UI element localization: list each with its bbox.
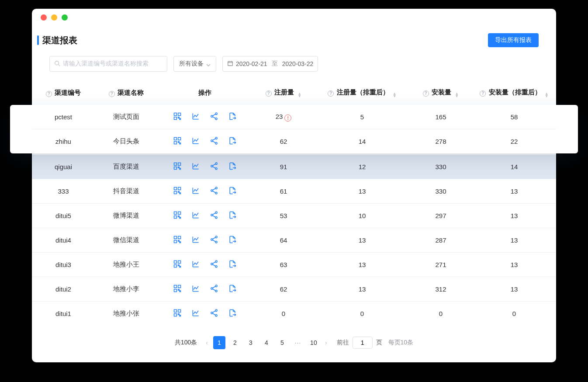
pagination-page[interactable]: 4: [260, 336, 273, 349]
sort-icon[interactable]: ▲▼: [545, 92, 549, 97]
qrcode-icon[interactable]: [173, 284, 182, 294]
table-row[interactable]: 333 抖音渠道 61 13 330 13: [32, 179, 556, 203]
share-icon[interactable]: [210, 211, 218, 221]
pagination-goto-input[interactable]: [353, 337, 373, 349]
share-icon[interactable]: [210, 284, 218, 294]
share-icon[interactable]: [210, 235, 218, 245]
share-icon[interactable]: [210, 309, 218, 319]
qrcode-icon[interactable]: [173, 186, 182, 196]
chart-icon[interactable]: [191, 260, 200, 270]
chart-icon[interactable]: [191, 309, 200, 319]
pagination-prev[interactable]: ‹: [204, 339, 210, 346]
cell-ops: [158, 179, 252, 203]
cell-m3: 330: [409, 179, 472, 203]
cell-m2: 10: [315, 203, 409, 228]
help-icon[interactable]: ?: [480, 90, 486, 97]
qrcode-icon[interactable]: [173, 309, 182, 319]
qrcode-icon[interactable]: [173, 260, 182, 270]
svg-rect-40: [180, 217, 181, 219]
qrcode-icon[interactable]: [173, 235, 182, 245]
svg-rect-25: [180, 193, 181, 194]
chart-icon[interactable]: [191, 136, 200, 146]
svg-rect-111: [174, 113, 177, 116]
chart-icon[interactable]: [191, 112, 200, 122]
pagination-page[interactable]: 1: [213, 336, 225, 349]
chart-icon[interactable]: [191, 211, 200, 221]
sort-icon[interactable]: ▲▼: [393, 92, 397, 97]
help-icon[interactable]: ?: [266, 90, 272, 97]
svg-line-76: [213, 262, 215, 264]
device-select[interactable]: 所有设备: [173, 56, 216, 72]
share-icon[interactable]: [210, 260, 218, 270]
cell-m1: 64: [252, 228, 315, 252]
export-file-icon[interactable]: [228, 136, 237, 146]
col-header-m3[interactable]: ? 安装量 ▲▼: [409, 80, 472, 106]
svg-rect-68: [174, 264, 177, 267]
share-icon[interactable]: [210, 186, 218, 196]
qrcode-icon[interactable]: [173, 211, 182, 221]
chart-icon[interactable]: [191, 235, 200, 245]
chart-icon[interactable]: [191, 162, 200, 172]
cell-m1: 53: [252, 203, 315, 228]
svg-point-73: [215, 260, 217, 262]
export-file-icon[interactable]: [228, 162, 237, 172]
pagination-next[interactable]: ›: [323, 339, 329, 346]
share-icon[interactable]: [210, 136, 218, 146]
export-file-icon[interactable]: [228, 211, 237, 221]
chart-icon[interactable]: [191, 186, 200, 196]
help-icon[interactable]: ?: [423, 90, 429, 97]
export-file-icon[interactable]: [228, 260, 237, 270]
qrcode-icon[interactable]: [173, 136, 182, 146]
export-file-icon[interactable]: [228, 284, 237, 294]
cell-m2: 13: [315, 179, 409, 203]
minimize-icon[interactable]: [51, 14, 57, 21]
cell-name: 百度渠道: [95, 155, 158, 179]
table-row[interactable]: ditui4 微信渠道 64 13 287 13: [32, 228, 556, 252]
titlebar: [32, 9, 556, 26]
export-file-icon[interactable]: [228, 309, 237, 319]
svg-rect-127: [178, 138, 181, 140]
sort-icon[interactable]: ▲▼: [455, 92, 459, 97]
svg-point-45: [215, 216, 217, 218]
svg-rect-10: [180, 168, 181, 170]
pagination-page[interactable]: 10: [308, 336, 320, 349]
table-row[interactable]: ditui2 地推小李 62 13 312 13: [32, 277, 556, 301]
export-button[interactable]: 导出所有报表: [488, 33, 539, 47]
svg-rect-130: [180, 143, 181, 144]
qrcode-icon[interactable]: [173, 162, 182, 172]
help-icon[interactable]: ?: [109, 91, 115, 97]
export-file-icon[interactable]: [228, 186, 237, 196]
date-range-picker[interactable]: 2020-02-21 至 2020-03-22: [222, 56, 318, 72]
help-icon[interactable]: ?: [46, 91, 52, 97]
svg-line-137: [213, 141, 215, 143]
table-row[interactable]: ditui5 微博渠道 53 10 297 13: [32, 203, 556, 228]
table-row[interactable]: ditui1 地推小张 0 0 0 0: [32, 301, 556, 326]
export-file-icon[interactable]: [228, 112, 237, 122]
sort-icon[interactable]: ▲▼: [297, 92, 301, 97]
chart-icon[interactable]: [191, 284, 200, 294]
table-row[interactable]: qiguai 百度渠道 91 12 330 14: [32, 155, 556, 179]
table-row[interactable]: pctest 测试页面 23! 5 165 58: [32, 105, 556, 129]
close-icon[interactable]: [41, 14, 47, 21]
help-icon[interactable]: ?: [328, 90, 334, 97]
svg-rect-85: [180, 291, 181, 292]
qrcode-icon[interactable]: [173, 112, 182, 122]
svg-rect-38: [174, 215, 177, 218]
table-row[interactable]: ditui3 地推小王 63 13 271 13: [32, 252, 556, 277]
export-file-icon[interactable]: [228, 235, 237, 245]
col-header-m4[interactable]: ? 安装量（排重后） ▲▼: [472, 80, 556, 106]
chevron-down-icon: [206, 62, 211, 66]
col-header-m2[interactable]: ? 注册量（排重后） ▲▼: [315, 80, 409, 106]
share-icon[interactable]: [210, 162, 218, 172]
warning-icon[interactable]: !: [284, 115, 291, 122]
pagination-page[interactable]: 3: [245, 336, 257, 349]
col-header-m1[interactable]: ? 注册量 ▲▼: [252, 80, 315, 106]
share-icon[interactable]: [210, 112, 218, 122]
pagination-page[interactable]: 2: [229, 336, 241, 349]
table-row[interactable]: zhihu 今日头条 62 14 278 22: [32, 129, 556, 154]
svg-line-92: [213, 289, 215, 291]
pagination-page[interactable]: 5: [276, 336, 288, 349]
svg-rect-54: [178, 240, 180, 241]
search-input[interactable]: 请输入渠道编号或渠道名称搜索: [49, 56, 167, 72]
maximize-icon[interactable]: [62, 14, 68, 21]
